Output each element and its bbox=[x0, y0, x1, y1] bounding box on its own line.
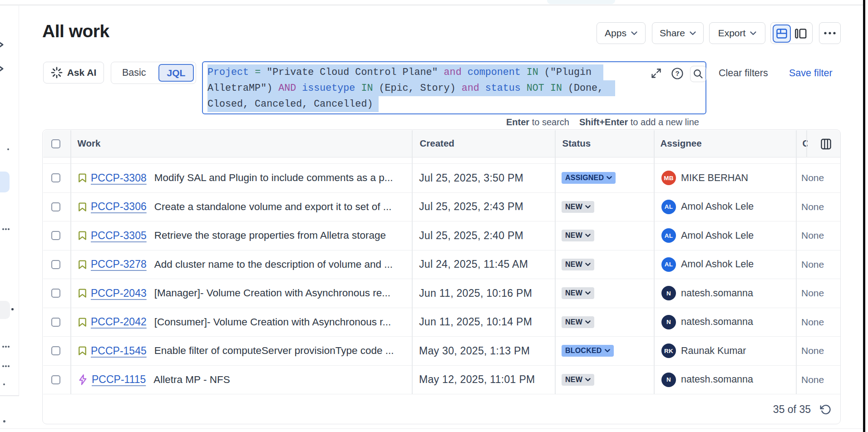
svg-text:?: ? bbox=[675, 69, 679, 77]
